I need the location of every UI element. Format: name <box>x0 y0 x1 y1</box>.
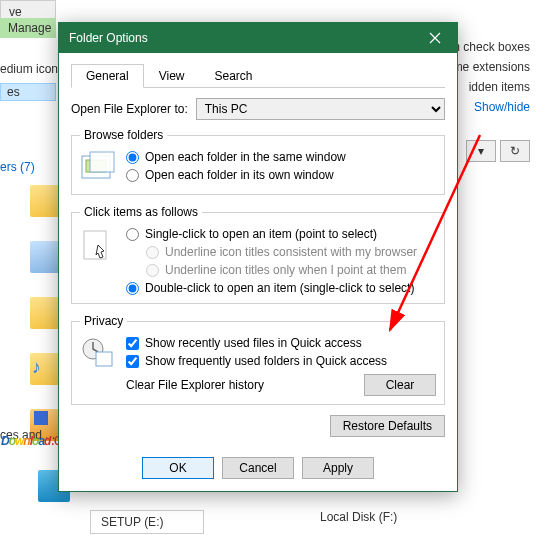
close-button[interactable] <box>415 24 455 52</box>
radio-double-click[interactable]: Double-click to open an item (single-cli… <box>126 281 417 295</box>
browse-folders-icon <box>80 150 116 186</box>
folders-group-header[interactable]: ers (7) <box>0 160 35 174</box>
option-hidden-items[interactable]: idden items <box>469 80 530 94</box>
click-items-icon <box>80 227 116 263</box>
browse-folders-group: Browse folders Open each folder in the s… <box>71 128 445 195</box>
dialog-title: Folder Options <box>69 31 148 45</box>
open-explorer-label: Open File Explorer to: <box>71 102 188 116</box>
address-dropdown-controls: ▾ ↻ <box>466 140 530 162</box>
browse-folders-legend: Browse folders <box>80 128 167 142</box>
privacy-icon <box>80 336 116 372</box>
close-icon <box>429 32 441 44</box>
drive-setup-e[interactable]: SETUP (E:) <box>90 510 204 534</box>
radio-single-click[interactable]: Single-click to open an item (point to s… <box>126 227 417 241</box>
refresh-icon[interactable]: ↻ <box>500 140 530 162</box>
svg-rect-3 <box>84 231 106 259</box>
clear-history-label: Clear File Explorer history <box>126 378 264 392</box>
dropdown-chevron-icon[interactable]: ▾ <box>466 140 496 162</box>
group-show-hide: Show/hide <box>474 100 530 114</box>
cancel-button[interactable]: Cancel <box>222 457 294 479</box>
ribbon-tab-manage[interactable]: Manage <box>0 18 56 38</box>
dialog-titlebar[interactable]: Folder Options <box>59 23 457 53</box>
tab-strip: General View Search <box>71 63 445 88</box>
layout-medium-icons: edium icons <box>0 62 64 76</box>
svg-rect-5 <box>96 352 112 366</box>
click-items-group: Click items as follows Single-click to o… <box>71 205 445 304</box>
check-frequent-folders[interactable]: Show frequently used folders in Quick ac… <box>126 354 436 368</box>
apply-button[interactable]: Apply <box>302 457 374 479</box>
radio-same-window[interactable]: Open each folder in the same window <box>126 150 346 164</box>
ok-button[interactable]: OK <box>142 457 214 479</box>
clear-button[interactable]: Clear <box>364 374 436 396</box>
click-items-legend: Click items as follows <box>80 205 202 219</box>
radio-underline-browser: Underline icon titles consistent with my… <box>146 245 417 259</box>
open-explorer-select[interactable]: This PC <box>196 98 445 120</box>
drive-local-disk-f[interactable]: Local Disk (F:) <box>320 510 397 524</box>
folder-options-dialog: Folder Options General View Search Open … <box>58 22 458 492</box>
tab-search[interactable]: Search <box>200 64 268 88</box>
dialog-footer: OK Cancel Apply <box>59 447 457 491</box>
tab-general[interactable]: General <box>71 64 144 88</box>
layout-tiles[interactable]: es <box>0 83 56 101</box>
privacy-group: Privacy Show recently used files in Quic… <box>71 314 445 405</box>
radio-underline-point: Underline icon titles only when I point … <box>146 263 417 277</box>
restore-defaults-button[interactable]: Restore Defaults <box>330 415 445 437</box>
privacy-legend: Privacy <box>80 314 127 328</box>
check-recent-files[interactable]: Show recently used files in Quick access <box>126 336 436 350</box>
tab-view[interactable]: View <box>144 64 200 88</box>
svg-rect-2 <box>90 152 114 172</box>
radio-own-window[interactable]: Open each folder in its own window <box>126 168 346 182</box>
